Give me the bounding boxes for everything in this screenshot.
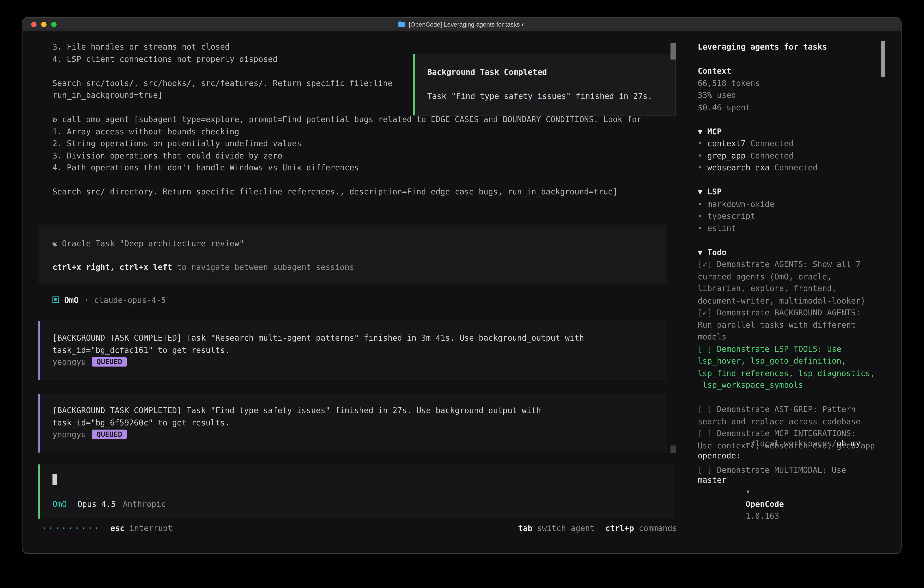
- agent-header: OmO · claude-opus-4-5: [53, 294, 689, 306]
- mcp-section-header[interactable]: ▼ MCP: [698, 125, 901, 137]
- bullet-icon: •: [746, 487, 750, 496]
- minimize-button[interactable]: [41, 21, 46, 27]
- bullet-icon: •: [698, 223, 703, 232]
- todo-item: [ ] Demonstrate AST-GREP: Pattern search…: [698, 403, 882, 427]
- active-model-label: Opus 4.5: [78, 498, 116, 510]
- provider-label: Anthropic: [123, 498, 166, 510]
- lsp-section: ▼ LSP • markdown-oxide • typescript • es…: [698, 185, 901, 234]
- main-scrollbar-marker[interactable]: [670, 446, 676, 453]
- folder-icon: [398, 21, 405, 27]
- window-title-text: [OpenCode] Leveraging agents for tasks ◐: [409, 21, 525, 28]
- tab-keyhint-label: switch agent: [537, 522, 595, 534]
- bullet-icon: •: [698, 163, 703, 172]
- spinner: ·········: [42, 522, 101, 534]
- main-scrollbar[interactable]: [670, 31, 676, 553]
- hint-rest: to navigate between subagent sessions: [172, 262, 354, 271]
- chevron-down-icon: ▼: [698, 126, 703, 136]
- workspace-dir: ~/local-workspaces/: [746, 438, 837, 448]
- app-version: • OpenCode 1.0.163: [698, 474, 784, 534]
- mcp-item: • grep_app Connected: [698, 149, 901, 162]
- agent-name: OmO: [64, 294, 79, 306]
- message-author: yeongyu: [53, 356, 86, 368]
- bullet-icon: •: [698, 199, 703, 208]
- window-titlebar[interactable]: [OpenCode] Leveraging agents for tasks ◐: [22, 18, 901, 31]
- record-icon: ◉: [53, 238, 57, 248]
- status-badge: QUEUED: [92, 357, 127, 367]
- main-scrollbar-thumb[interactable]: [670, 43, 676, 59]
- app-name: OpenCode: [746, 499, 784, 508]
- window-title: [OpenCode] Leveraging agents for tasks ◐: [398, 21, 525, 28]
- tool-call-text: call_omo_agent [subagent_type=explore, p…: [57, 114, 642, 124]
- sidebar: Leveraging agents for tasks Context 66,5…: [689, 31, 901, 553]
- mcp-section: ▼ MCP • context7 Connected • grep_app Co…: [698, 125, 901, 174]
- status-badge: QUEUED: [92, 430, 127, 439]
- oracle-task-panel: ◉ Oracle Task "Deep architecture review"…: [38, 224, 667, 283]
- close-button[interactable]: [31, 21, 36, 27]
- message-footer: yeongyu QUEUED: [53, 356, 655, 368]
- context-header: Context: [698, 65, 901, 77]
- chevron-down-icon: ▼: [698, 187, 703, 196]
- esc-keyhint: esc: [110, 522, 125, 534]
- traffic-lights: [31, 18, 56, 31]
- oracle-task-title: ◉ Oracle Task "Deep architecture review": [53, 237, 652, 249]
- lsp-section-header[interactable]: ▼ LSP: [698, 185, 901, 198]
- statusbar-right: tab switch agent ctrl+p commands: [518, 522, 677, 534]
- screen: [OpenCode] Leveraging agents for tasks ◐…: [0, 0, 924, 588]
- bullet-icon: •: [698, 139, 703, 148]
- message-block: [BACKGROUND TASK COMPLETED] Task "Resear…: [38, 321, 667, 380]
- terminal-line: Search src/ directory. Return specific f…: [53, 185, 667, 198]
- sidebar-scrollbar[interactable]: [881, 41, 885, 553]
- ctrlp-keyhint: ctrl+p: [605, 522, 634, 534]
- sidebar-scrollbar-thumb[interactable]: [881, 41, 885, 77]
- gear-icon: ⚙: [53, 114, 57, 124]
- chevron-down-icon: ▼: [698, 247, 703, 256]
- zoom-button[interactable]: [51, 21, 56, 27]
- notification-toast: Background Task Completed Task "Find typ…: [413, 54, 676, 116]
- context-tokens: 66,518 tokens: [698, 77, 901, 89]
- notification-title: Background Task Completed: [427, 66, 662, 78]
- agent-icon: [53, 297, 59, 303]
- todo-item: [✓] Demonstrate BACKGROUND AGENTS: Run p…: [698, 307, 882, 343]
- message-block: [BACKGROUND TASK COMPLETED] Task "Find t…: [38, 393, 667, 453]
- message-author: yeongyu: [53, 428, 86, 441]
- message-text: [BACKGROUND TASK COMPLETED] Task "Find t…: [53, 404, 655, 416]
- esc-keyhint-label: interrupt: [129, 522, 173, 534]
- bullet-icon: •: [698, 211, 703, 220]
- message-text: [BACKGROUND TASK COMPLETED] Task "Resear…: [53, 332, 655, 344]
- model-selector-row[interactable]: OmO Opus 4.5 Anthropic: [53, 498, 663, 510]
- hint-keys: ctrl+x right, ctrl+x left: [53, 262, 172, 271]
- todo-section-header[interactable]: ▼ Todo: [698, 246, 901, 258]
- subagent-nav-hint: ctrl+x right, ctrl+x left to navigate be…: [53, 261, 652, 273]
- bullet-icon: •: [698, 150, 703, 160]
- mcp-item: • context7 Connected: [698, 137, 901, 149]
- context-spent: $0.46 spent: [698, 101, 901, 113]
- status-bar: ········· esc interrupt tab switch agent…: [42, 522, 677, 534]
- notification-body: Task "Find type safety issues" finished …: [427, 90, 662, 102]
- mcp-item: • websearch_exa Connected: [698, 162, 901, 173]
- terminal-window: [OpenCode] Leveraging agents for tasks ◐…: [22, 17, 902, 554]
- todo-item: [✓] Demonstrate AGENTS: Show all 7 curat…: [698, 258, 882, 307]
- terminal-line: 4. Path operations that don't handle Win…: [53, 162, 667, 173]
- terminal-main: 3. File handles or streams not closed 4.…: [22, 31, 689, 553]
- lsp-item: • typescript: [698, 210, 901, 222]
- agent-model: claude-opus-4-5: [94, 294, 166, 306]
- terminal-line: 2. String operations on potentially unde…: [53, 137, 667, 149]
- context-section: Context 66,518 tokens 33% used $0.46 spe…: [698, 65, 901, 113]
- prompt-input[interactable]: OmO Opus 4.5 Anthropic: [38, 464, 675, 519]
- terminal-line-blank: [53, 173, 667, 185]
- terminal-line: 3. Division operations that could divide…: [53, 149, 667, 162]
- tab-keyhint: tab: [518, 522, 533, 534]
- context-used: 33% used: [698, 89, 901, 101]
- text-cursor: [53, 474, 57, 485]
- lsp-item: • eslint: [698, 222, 901, 234]
- message-text: task_id="bg_dcfac161" to get results.: [53, 344, 655, 356]
- active-agent-label: OmO: [53, 498, 67, 510]
- separator-dot: ·: [84, 294, 89, 306]
- app-version-number: 1.0.163: [746, 511, 779, 520]
- message-text: task_id="bg_6f59260c" to get results.: [53, 416, 655, 428]
- session-title: Leveraging agents for tasks: [698, 41, 901, 53]
- todo-item-current: [ ] Demonstrate LSP TOOLS: Use lsp_hover…: [698, 343, 882, 391]
- lsp-item: • markdown-oxide: [698, 198, 901, 210]
- terminal-line: 1. Array access without bounds checking: [53, 125, 667, 137]
- terminal-line: 3. File handles or streams not closed: [53, 41, 667, 53]
